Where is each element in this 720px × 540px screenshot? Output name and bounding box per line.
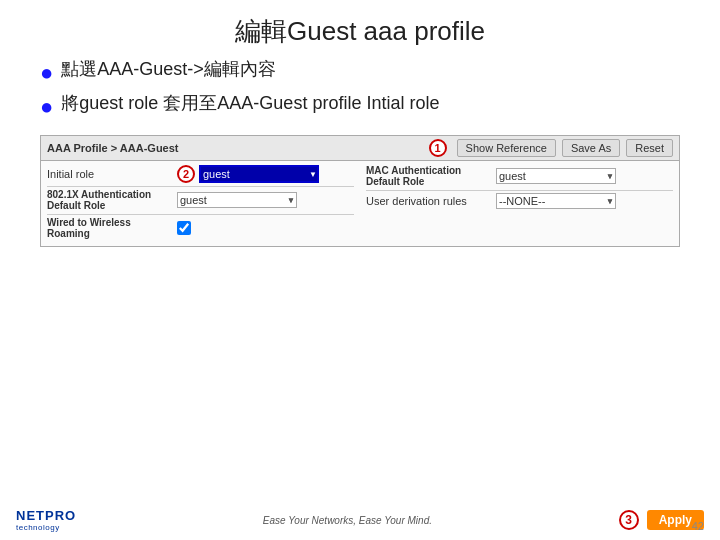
- user-derivation-select[interactable]: --NONE--: [496, 193, 616, 209]
- initial-role-row: Initial role 2 guest: [47, 165, 354, 183]
- initial-role-select-wrapper: guest: [199, 165, 319, 183]
- mac-auth-select[interactable]: guest: [496, 168, 616, 184]
- step-3-badge: 3: [619, 510, 639, 530]
- bullet-list: ● 點選AAA-Guest->編輯內容 ● 將guest role 套用至AAA…: [40, 57, 680, 125]
- save-as-button[interactable]: Save As: [562, 139, 620, 157]
- initial-role-select[interactable]: guest: [199, 165, 319, 183]
- aaa-profile-panel: AAA Profile > AAA-Guest 1 Show Reference…: [40, 135, 680, 247]
- bullet-text-1: 點選AAA-Guest->編輯內容: [61, 57, 276, 82]
- user-derivation-row: User derivation rules --NONE-- ▼: [366, 193, 673, 209]
- mac-auth-label-line1: MAC Authentication: [366, 165, 490, 176]
- left-column: Initial role 2 guest 802.1X Authenticati…: [47, 165, 354, 242]
- bullet-text-2: 將guest role 套用至AAA-Guest profile Intial …: [61, 91, 439, 116]
- wired-wireless-label-line2: Roaming: [47, 228, 171, 239]
- dot1x-select-wrapper: guest ▼: [177, 192, 297, 208]
- dot1x-row: 802.1X Authentication Default Role guest…: [47, 189, 354, 211]
- panel-body: Initial role 2 guest 802.1X Authenticati…: [41, 161, 679, 246]
- mac-auth-row: MAC Authentication Default Role guest ▼: [366, 165, 673, 187]
- footer-tagline: Ease Your Networks, Ease Your Mind.: [263, 515, 432, 526]
- wired-wireless-label-line1: Wired to Wireless: [47, 217, 171, 228]
- logo-text: NETPRO: [16, 508, 76, 523]
- panel-header: AAA Profile > AAA-Guest 1 Show Reference…: [41, 136, 679, 161]
- footer-logo: NETPRO technology: [16, 508, 76, 532]
- dot1x-label-line2: Default Role: [47, 200, 171, 211]
- user-derivation-label: User derivation rules: [366, 195, 496, 207]
- step-1-badge: 1: [429, 139, 447, 157]
- page-number: 42: [692, 520, 704, 532]
- show-reference-button[interactable]: Show Reference: [457, 139, 556, 157]
- dot1x-label-line1: 802.1X Authentication: [47, 189, 171, 200]
- wired-wireless-checkbox[interactable]: [177, 221, 191, 235]
- dot1x-label: 802.1X Authentication Default Role: [47, 189, 177, 211]
- wired-wireless-row: Wired to Wireless Roaming: [47, 217, 354, 239]
- right-column: MAC Authentication Default Role guest ▼: [354, 165, 673, 242]
- breadcrumb: AAA Profile > AAA-Guest: [47, 142, 423, 154]
- mac-auth-label-line2: Default Role: [366, 176, 490, 187]
- mac-auth-label: MAC Authentication Default Role: [366, 165, 496, 187]
- slide-title: 編輯Guest aaa profile: [235, 14, 485, 49]
- mac-auth-select-wrapper: guest ▼: [496, 168, 616, 184]
- bullet-item-1: ● 點選AAA-Guest->編輯內容: [40, 57, 680, 89]
- logo-subtext: technology: [16, 523, 76, 532]
- bullet-item-2: ● 將guest role 套用至AAA-Guest profile Intia…: [40, 91, 680, 123]
- initial-role-label: Initial role: [47, 168, 177, 180]
- slide-footer: NETPRO technology Ease Your Networks, Ea…: [0, 508, 720, 532]
- dot1x-select[interactable]: guest: [177, 192, 297, 208]
- bullet-dot-1: ●: [40, 58, 53, 89]
- wired-wireless-label: Wired to Wireless Roaming: [47, 217, 177, 239]
- reset-button[interactable]: Reset: [626, 139, 673, 157]
- bullet-dot-2: ●: [40, 92, 53, 123]
- step-2-badge: 2: [177, 165, 195, 183]
- user-derivation-select-wrapper: --NONE-- ▼: [496, 193, 616, 209]
